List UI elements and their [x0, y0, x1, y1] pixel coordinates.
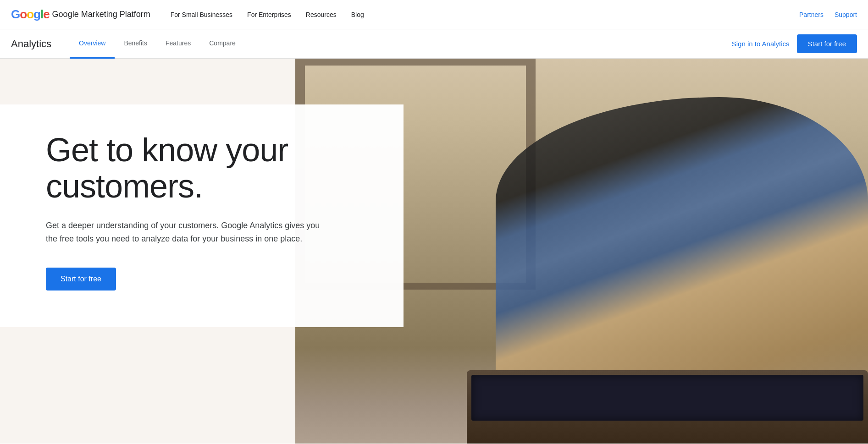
secondary-nav-right: Sign in to Analytics Start for free	[732, 34, 857, 53]
laptop-visual	[467, 370, 868, 444]
product-label: Analytics	[11, 38, 51, 50]
hero-title: Get to know your customers.	[46, 132, 367, 204]
hero-content-box: Get to know your customers. Get a deeper…	[0, 104, 404, 327]
nav-partners[interactable]: Partners	[799, 11, 824, 18]
tab-overview[interactable]: Overview	[70, 29, 115, 59]
sign-in-link[interactable]: Sign in to Analytics	[732, 40, 790, 48]
secondary-nav-links: Overview Benefits Features Compare	[70, 29, 732, 59]
nav-blog[interactable]: Blog	[346, 7, 370, 22]
top-nav-right: Partners Support	[799, 11, 857, 18]
secondary-nav: Analytics Overview Benefits Features Com…	[0, 29, 868, 59]
hero-subtitle: Get a deeper understanding of your custo…	[46, 219, 330, 246]
logo-text: Google Marketing Platform	[52, 10, 150, 19]
hero-cta-button[interactable]: Start for free	[46, 268, 116, 291]
tab-compare[interactable]: Compare	[200, 29, 245, 59]
nav-small-biz[interactable]: For Small Businesses	[165, 7, 238, 22]
start-free-header-btn[interactable]: Start for free	[797, 34, 857, 53]
top-nav: Google Google Marketing Platform For Sma…	[0, 0, 868, 29]
nav-resources[interactable]: Resources	[300, 7, 342, 22]
top-nav-links: For Small Businesses For Enterprises Res…	[165, 7, 799, 22]
google-g-icon: Google	[11, 7, 50, 22]
tab-features[interactable]: Features	[156, 29, 200, 59]
nav-enterprises[interactable]: For Enterprises	[242, 7, 297, 22]
hero-section: Get to know your customers. Get a deeper…	[0, 59, 868, 444]
google-logo[interactable]: Google Google Marketing Platform	[11, 7, 150, 22]
nav-support[interactable]: Support	[835, 11, 857, 18]
tab-benefits[interactable]: Benefits	[115, 29, 156, 59]
